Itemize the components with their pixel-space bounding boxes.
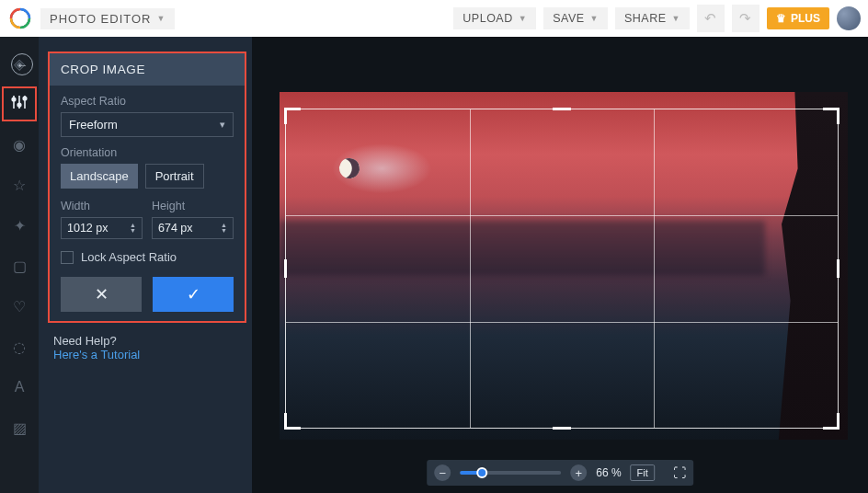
aspect-ratio-label: Aspect Ratio bbox=[61, 95, 234, 108]
height-stepper[interactable]: ▲▼ bbox=[221, 223, 227, 234]
app-switcher[interactable]: PHOTO EDITOR ▼ bbox=[40, 8, 175, 29]
grid-line bbox=[286, 322, 838, 323]
tool-adjust[interactable] bbox=[7, 92, 31, 116]
tool-star[interactable]: ☆ bbox=[7, 173, 31, 197]
chevron-down-icon: ▾ bbox=[220, 119, 225, 131]
redo-icon: ↷ bbox=[739, 10, 751, 27]
plus-icon: + bbox=[575, 467, 582, 479]
canvas-area: − + 66 % Fit ⛶ bbox=[252, 37, 868, 493]
zoom-bar: − + 66 % Fit ⛶ bbox=[427, 460, 693, 486]
crop-handle-top[interactable] bbox=[553, 108, 571, 110]
tool-effects[interactable]: ✦ bbox=[7, 213, 31, 237]
side-panel: ← CROP IMAGE Aspect Ratio Freeform ▾ Ori… bbox=[39, 37, 252, 493]
tutorial-link[interactable]: Here's a Tutorial bbox=[53, 348, 140, 361]
crown-icon: ♛ bbox=[776, 12, 786, 25]
crop-handle-left[interactable] bbox=[284, 259, 287, 278]
aspect-ratio-select[interactable]: Freeform ▾ bbox=[61, 112, 234, 137]
height-input[interactable]: 674 px ▲▼ bbox=[152, 217, 234, 239]
panel-title: CROP IMAGE bbox=[50, 53, 245, 86]
aspect-ratio-value: Freeform bbox=[69, 118, 118, 132]
check-icon: ✓ bbox=[187, 284, 200, 304]
eye-icon: ◉ bbox=[13, 136, 26, 154]
apply-button[interactable]: ✓ bbox=[153, 277, 234, 312]
height-label: Height bbox=[152, 200, 234, 212]
checkbox-icon bbox=[61, 251, 74, 264]
tool-texture[interactable]: ▨ bbox=[7, 416, 31, 440]
lock-aspect-ratio-checkbox[interactable]: Lock Aspect Ratio bbox=[61, 250, 234, 264]
zoom-in-button[interactable]: + bbox=[570, 464, 587, 481]
svg-point-4 bbox=[12, 97, 16, 101]
user-avatar[interactable] bbox=[837, 6, 861, 30]
fit-button[interactable]: Fit bbox=[631, 464, 655, 481]
width-input[interactable]: 1012 px ▲▼ bbox=[61, 217, 143, 239]
sparkle-icon: ✦ bbox=[14, 217, 26, 235]
zoom-slider[interactable] bbox=[460, 471, 561, 475]
share-button[interactable]: SHARE▼ bbox=[615, 7, 690, 29]
orientation-landscape-button[interactable]: Landscape bbox=[61, 164, 138, 189]
tool-text[interactable]: A bbox=[7, 375, 31, 399]
arrow-left-icon: ← bbox=[17, 58, 29, 72]
help-text: Need Help? bbox=[53, 334, 237, 348]
close-icon: ✕ bbox=[95, 284, 108, 304]
upgrade-plus-button[interactable]: ♛ PLUS bbox=[767, 7, 829, 29]
save-button[interactable]: SAVE▼ bbox=[543, 7, 608, 29]
tool-heart[interactable]: ♡ bbox=[7, 294, 31, 318]
help-section: Need Help? Here's a Tutorial bbox=[39, 323, 252, 373]
width-value: 1012 px bbox=[67, 222, 108, 235]
upload-button[interactable]: UPLOAD▼ bbox=[453, 7, 536, 29]
fullscreen-button[interactable]: ⛶ bbox=[673, 465, 686, 480]
width-stepper[interactable]: ▲▼ bbox=[130, 223, 136, 234]
grid-line bbox=[286, 215, 838, 216]
caret-down-icon: ▼ bbox=[590, 14, 599, 23]
caret-down-icon: ▼ bbox=[156, 14, 166, 23]
app-logo[interactable] bbox=[7, 6, 33, 31]
lock-aspect-label: Lock Aspect Ratio bbox=[81, 250, 177, 264]
crop-handle-tr[interactable] bbox=[823, 108, 839, 124]
adjust-sliders-icon bbox=[11, 94, 28, 114]
svg-point-5 bbox=[17, 103, 21, 107]
grid-line bbox=[654, 109, 655, 428]
orientation-portrait-button[interactable]: Portrait bbox=[145, 164, 204, 189]
crop-handle-bl[interactable] bbox=[284, 413, 301, 430]
crop-panel: CROP IMAGE Aspect Ratio Freeform ▾ Orien… bbox=[48, 52, 246, 323]
crop-handle-right[interactable] bbox=[837, 259, 839, 278]
svg-point-6 bbox=[23, 97, 27, 100]
width-label: Width bbox=[61, 200, 143, 212]
panel-back-button[interactable]: ← bbox=[11, 53, 33, 75]
zoom-out-button[interactable]: − bbox=[434, 464, 451, 481]
crop-overlay[interactable] bbox=[285, 109, 839, 429]
caret-down-icon: ▼ bbox=[519, 14, 527, 23]
heart-icon: ♡ bbox=[13, 298, 26, 315]
expand-icon: ⛶ bbox=[673, 465, 686, 480]
zoom-thumb[interactable] bbox=[476, 467, 487, 478]
undo-button[interactable]: ↶ bbox=[697, 5, 725, 32]
tool-overlay[interactable]: ◌ bbox=[7, 335, 31, 359]
zoom-percent: 66 % bbox=[596, 466, 621, 479]
crop-handle-bottom[interactable] bbox=[553, 427, 571, 430]
frame-icon: ▢ bbox=[13, 258, 27, 275]
crop-handle-tl[interactable] bbox=[284, 108, 301, 124]
app-title: PHOTO EDITOR bbox=[50, 12, 151, 26]
caret-down-icon: ▼ bbox=[672, 14, 680, 23]
tool-frame[interactable]: ▢ bbox=[7, 254, 31, 278]
top-bar: PHOTO EDITOR ▼ UPLOAD▼ SAVE▼ SHARE▼ ↶ ↷ … bbox=[0, 0, 868, 37]
cancel-button[interactable]: ✕ bbox=[61, 277, 142, 312]
crop-handle-br[interactable] bbox=[823, 413, 839, 430]
height-value: 674 px bbox=[158, 222, 193, 235]
redo-button[interactable]: ↷ bbox=[732, 5, 760, 32]
texture-icon: ▨ bbox=[13, 419, 27, 437]
left-toolbar: ◈ ◉ ☆ ✦ ▢ ♡ ◌ A ▨ bbox=[0, 37, 39, 493]
star-icon: ☆ bbox=[13, 177, 26, 194]
tool-exposure[interactable]: ◉ bbox=[7, 132, 31, 156]
text-icon: A bbox=[15, 379, 25, 396]
grid-line bbox=[470, 109, 471, 428]
badge-icon: ◌ bbox=[13, 338, 26, 356]
orientation-label: Orientation bbox=[61, 146, 234, 159]
minus-icon: − bbox=[439, 467, 446, 479]
undo-icon: ↶ bbox=[704, 10, 716, 27]
image-viewport[interactable] bbox=[280, 92, 848, 440]
